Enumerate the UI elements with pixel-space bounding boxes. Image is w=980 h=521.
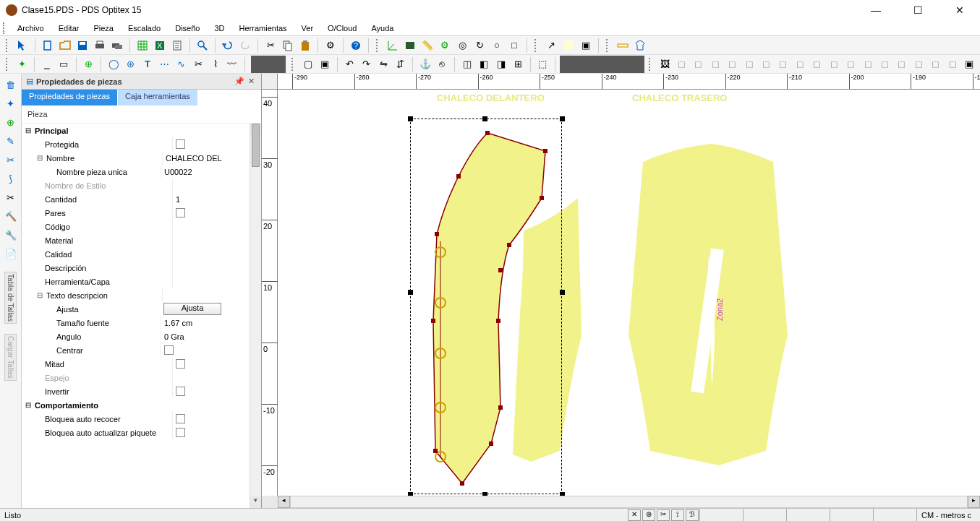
value-nombre-unica[interactable]: U00022 — [161, 165, 261, 178]
menu-ocloud[interactable]: O/Cloud — [320, 22, 364, 34]
shirt-icon[interactable] — [632, 38, 648, 53]
menu-editar[interactable]: Editar — [51, 22, 87, 34]
g3-icon[interactable]: ◻ — [708, 56, 723, 72]
sel-rect-icon[interactable]: ⬚ — [535, 56, 550, 72]
rot-cw-icon[interactable]: ↷ — [359, 56, 374, 72]
side-tab-tallas[interactable]: Tabla de Tallas — [4, 272, 17, 324]
print-all-icon[interactable] — [109, 38, 125, 53]
rect-out-icon[interactable]: ▢ — [300, 56, 315, 72]
status-icon-1[interactable]: ✕ — [628, 509, 641, 521]
add-green-icon[interactable]: ⊕ — [81, 56, 96, 72]
node-blue-icon[interactable]: ✦ — [3, 95, 19, 111]
g2-icon[interactable]: ◻ — [691, 56, 706, 72]
square-icon[interactable]: □ — [506, 38, 522, 53]
doc-icon[interactable]: 📄 — [3, 246, 19, 262]
g13-icon[interactable]: ◻ — [877, 56, 892, 72]
circle-icon[interactable]: ○ — [489, 38, 505, 53]
value-nombre[interactable]: CHALECO DEL — [162, 151, 261, 165]
menu-ayuda[interactable]: Ayuda — [364, 22, 401, 34]
line-icon[interactable]: ⎯ — [39, 56, 54, 72]
anchor-icon[interactable]: ⚓ — [417, 56, 433, 72]
tab-caja[interactable]: Caja herramientas — [118, 90, 198, 106]
rotate-icon[interactable]: ↻ — [472, 38, 487, 53]
g18-icon[interactable]: ▣ — [962, 56, 977, 72]
value-herr-capa[interactable] — [172, 275, 261, 288]
hammer-icon[interactable]: 🔨 — [3, 208, 19, 224]
g6-icon[interactable]: ◻ — [759, 56, 774, 72]
arrow-tool-icon[interactable]: ↗ — [543, 38, 559, 53]
scissor-blue-icon[interactable]: ✂ — [3, 152, 19, 168]
value-cantidad[interactable]: 1 — [172, 192, 261, 206]
cut-icon[interactable]: ✂ — [263, 38, 278, 53]
menu-3d[interactable]: 3D — [207, 22, 231, 34]
ruler-icon[interactable] — [615, 38, 631, 53]
menu-diseno[interactable]: Diseño — [168, 22, 207, 34]
menu-herramientas[interactable]: Herramientas — [232, 22, 294, 34]
g16-icon[interactable]: ◻ — [928, 56, 943, 72]
paste-icon[interactable] — [297, 38, 313, 53]
open-icon[interactable] — [57, 38, 73, 53]
print-icon[interactable] — [92, 38, 108, 53]
piece2-icon[interactable]: ▣ — [578, 38, 594, 53]
g12-icon[interactable]: ◻ — [860, 56, 875, 72]
ajusta-button[interactable]: Ajusta — [163, 303, 221, 315]
g8-icon[interactable]: ◻ — [793, 56, 808, 72]
redo-icon[interactable] — [237, 38, 253, 53]
curve-icon[interactable]: ⟆ — [3, 171, 19, 186]
node-add-icon[interactable]: ✦ — [14, 56, 30, 72]
checkbox-pares[interactable] — [176, 208, 185, 218]
pointer-icon[interactable] — [14, 38, 30, 53]
piece-icon[interactable] — [561, 38, 576, 53]
wrench-icon[interactable]: 🔧 — [3, 227, 19, 243]
rot-ccw-icon[interactable]: ↶ — [342, 56, 357, 72]
status-icon-2[interactable]: ⊕ — [642, 509, 655, 521]
puzzle4-icon[interactable]: ⊞ — [510, 56, 525, 72]
zoom-icon[interactable] — [195, 38, 210, 53]
value-material[interactable] — [172, 233, 261, 247]
status-icon-4[interactable]: ⟟ — [671, 509, 684, 521]
flip-v-icon[interactable]: ⇵ — [393, 56, 408, 72]
tab-propiedades[interactable]: Propiedades de piezas — [22, 90, 118, 106]
g5-icon[interactable]: ◻ — [741, 56, 757, 72]
tool1-icon[interactable]: ⚙ — [323, 38, 338, 53]
report-icon[interactable] — [169, 38, 185, 53]
rect-in-icon[interactable]: ▣ — [317, 56, 332, 72]
menu-ver[interactable]: Ver — [294, 22, 321, 34]
selection-handle[interactable] — [408, 290, 413, 295]
g4-icon[interactable]: ◻ — [725, 56, 740, 72]
puzzle3-icon[interactable]: ◨ — [493, 56, 508, 72]
target-icon[interactable]: ◎ — [454, 38, 470, 53]
puzzle1-icon[interactable]: ◫ — [459, 56, 474, 72]
rect-move-icon[interactable]: ▭ — [56, 56, 72, 72]
menu-pieza[interactable]: Pieza — [86, 22, 121, 34]
panel-close-icon[interactable]: ✕ — [245, 77, 257, 86]
collapse-icon[interactable]: ⊟ — [35, 291, 45, 299]
circ2-icon[interactable]: ⊛ — [123, 56, 138, 72]
g17-icon[interactable]: ◻ — [945, 56, 960, 72]
text-icon[interactable]: T — [140, 56, 155, 72]
circ1-icon[interactable]: ◯ — [106, 56, 121, 72]
rect-dark-icon[interactable] — [402, 38, 418, 53]
checkbox-protegida[interactable] — [176, 139, 185, 149]
flip-h-icon[interactable]: ⇋ — [376, 56, 391, 72]
angle-icon[interactable] — [385, 38, 401, 53]
wave2-icon[interactable]: 〰 — [224, 56, 239, 72]
pen-icon[interactable]: ✎ — [3, 133, 19, 149]
g14-icon[interactable]: ◻ — [894, 56, 909, 72]
collapse-icon[interactable]: ⊟ — [23, 126, 33, 134]
trash-icon[interactable]: 🗑 — [3, 77, 19, 92]
maximize-button[interactable]: ☐ — [903, 4, 932, 16]
drawing-canvas[interactable]: CHALECO DELANTERO CHALECO TRASERO Zona2 — [278, 90, 980, 496]
checkbox-invertir[interactable] — [176, 387, 185, 396]
break-icon[interactable]: ⎋ — [435, 56, 450, 72]
selection-handle[interactable] — [560, 116, 565, 121]
g15-icon[interactable]: ◻ — [911, 56, 926, 72]
dash-icon[interactable]: ⋯ — [157, 56, 172, 72]
img1-icon[interactable]: 🖼 — [657, 56, 672, 72]
g11-icon[interactable]: ◻ — [843, 56, 858, 72]
spring-icon[interactable]: ⌇ — [208, 56, 223, 72]
checkbox-centrar[interactable] — [164, 345, 174, 355]
menu-escalado[interactable]: Escalado — [121, 22, 168, 34]
checkbox-bloq-recocer[interactable] — [176, 414, 185, 423]
status-icon-5[interactable]: ℬ — [686, 509, 699, 521]
